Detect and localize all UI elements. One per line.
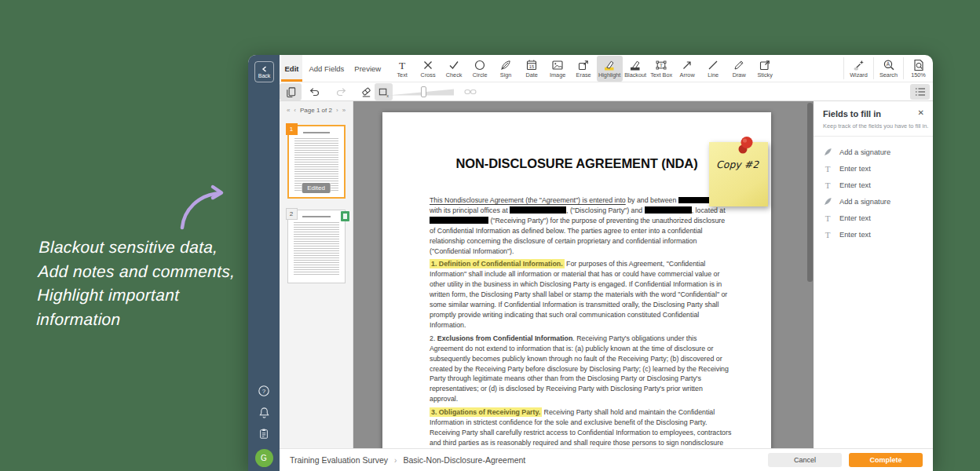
tool-sign[interactable]: Sign [493, 56, 519, 82]
line-icon [707, 59, 719, 71]
tool-line[interactable]: Line [700, 56, 726, 82]
check-icon [448, 59, 460, 71]
footer-bar: Training Evaluation Survey › Basic-Non-D… [280, 448, 933, 471]
promo-line: information [36, 308, 234, 332]
tool-draw[interactable]: Draw [726, 56, 752, 82]
tool-label: Sign [500, 71, 512, 78]
tab-add-fields[interactable]: Add Fields [305, 55, 348, 82]
tool-circle[interactable]: Circle [467, 56, 493, 82]
field-item-add-a-signature[interactable]: Add a signature [823, 144, 923, 160]
promo-line: Blackout sensitive data, [38, 236, 236, 260]
textbox-icon: T [655, 59, 667, 71]
breadcrumb-survey[interactable]: Training Evaluation Survey [290, 455, 388, 465]
date-icon: 15 [525, 59, 538, 71]
field-item-enter-text[interactable]: TEnter text [823, 177, 923, 193]
field-item-enter-text[interactable]: TEnter text [823, 160, 923, 177]
tool-label: Text [397, 71, 407, 78]
tool-150-zoom[interactable]: 150% [904, 56, 933, 82]
bell-icon[interactable] [258, 407, 270, 422]
svg-text:?: ? [262, 388, 266, 395]
pushpin-icon [734, 134, 756, 156]
text-t-icon: T [823, 181, 832, 190]
document-text: with its principal offices at [430, 206, 510, 214]
sticky-note-text: Copy #2 [716, 159, 768, 170]
avatar[interactable]: G [255, 449, 273, 467]
feather-icon [823, 197, 832, 206]
tool-image[interactable]: Image [545, 56, 571, 82]
field-item-enter-text[interactable]: TEnter text [823, 210, 923, 226]
redaction-blackout [645, 206, 692, 214]
field-item-label: Enter text [839, 231, 871, 239]
tool-blackout[interactable]: Blackout [623, 56, 649, 82]
tab-edit[interactable]: Edit [281, 55, 303, 82]
back-label: Back [258, 73, 271, 78]
fields-panel: Fields to fill in ✕ Keep track of the fi… [814, 101, 933, 448]
tool-erase[interactable]: Erase [571, 56, 597, 82]
breadcrumb-separator: › [394, 456, 397, 465]
cancel-button[interactable]: Cancel [768, 453, 842, 467]
document-text: 2. [430, 334, 437, 342]
pager-label: Page 1 of 2 [300, 107, 332, 114]
back-button[interactable]: Back [254, 61, 274, 82]
eraser-icon[interactable] [357, 83, 375, 100]
sticky-note[interactable]: Copy #2 [709, 142, 768, 206]
undo-button[interactable] [304, 83, 324, 100]
tool-text[interactable]: TText [389, 56, 415, 82]
highlighted-heading: 1. Definition of Confidential Informatio… [430, 259, 565, 268]
document-canvas[interactable]: NON-DISCLOSURE AGREEMENT (NDA) This Nond… [353, 101, 814, 448]
tool-check[interactable]: Check [441, 56, 467, 82]
help-icon[interactable]: ? [258, 385, 270, 400]
text-icon: T [396, 59, 408, 71]
redo-button[interactable] [331, 83, 352, 100]
document-body: This Nondisclosure Agreement (the "Agree… [430, 195, 732, 448]
fields-panel-subtitle: Keep track of the fields you have to fil… [823, 122, 930, 130]
highlight-icon [603, 59, 616, 71]
field-item-add-a-signature[interactable]: Add a signature [823, 193, 923, 210]
svg-text:T: T [660, 62, 663, 68]
complete-button[interactable]: Complete [849, 453, 923, 467]
thumbnail-panel: « ‹ Page 1 of 2 › » 1 Edited 2 [280, 101, 353, 448]
prev-page-button[interactable]: ‹ [294, 107, 296, 114]
breadcrumb-document: Basic-Non-Disclosure-Agreement [403, 455, 525, 465]
tool-wizard[interactable]: Wizard [844, 56, 873, 82]
chevron-left-icon [261, 66, 268, 72]
copy-pages-button[interactable] [280, 83, 302, 100]
field-item-label: Enter text [839, 181, 871, 189]
tool-date[interactable]: 15Date [519, 56, 545, 82]
first-page-button[interactable]: « [287, 107, 290, 114]
tool-search[interactable]: ASearch [874, 56, 903, 82]
next-page-button[interactable]: › [336, 107, 338, 114]
vertical-scrollbar[interactable] [807, 103, 813, 282]
tool-sticky[interactable]: Sticky [752, 56, 778, 82]
curved-arrow-icon [173, 184, 236, 236]
slider-handle[interactable] [421, 86, 426, 97]
promo-line: Highlight important [37, 283, 235, 308]
tool-text-box[interactable]: TText Box [649, 56, 675, 82]
page-thumbnail-2[interactable]: 2 [287, 210, 346, 283]
close-icon[interactable]: ✕ [918, 108, 924, 117]
feather-icon [823, 148, 832, 156]
tool-label: Check [446, 71, 463, 78]
link-icon[interactable] [462, 83, 479, 100]
tab-preview[interactable]: Preview [350, 55, 385, 82]
field-item-enter-text[interactable]: TEnter text [823, 226, 923, 243]
edited-badge: Edited [302, 183, 331, 193]
page-number-badge: 2 [286, 208, 298, 220]
page-thumbnail-1[interactable]: 1 Edited [287, 125, 346, 199]
thickness-slider[interactable] [388, 86, 454, 98]
svg-text:15: 15 [529, 64, 534, 68]
clipboard-icon[interactable] [258, 428, 269, 443]
page-number-badge: 1 [286, 123, 298, 135]
tool-label: Blackout [624, 71, 646, 78]
field-item-label: Enter text [839, 214, 871, 222]
cross-icon [422, 59, 434, 71]
sign-icon [499, 59, 512, 71]
tool-highlight[interactable]: Highlight [597, 56, 623, 82]
text-t-icon: T [823, 164, 832, 173]
tool-cross[interactable]: Cross [415, 56, 441, 82]
sticky-icon [759, 59, 771, 71]
draw-icon [733, 59, 745, 71]
fields-list-toggle[interactable] [910, 84, 930, 100]
last-page-button[interactable]: » [342, 107, 346, 114]
tool-arrow[interactable]: Arrow [675, 56, 700, 82]
